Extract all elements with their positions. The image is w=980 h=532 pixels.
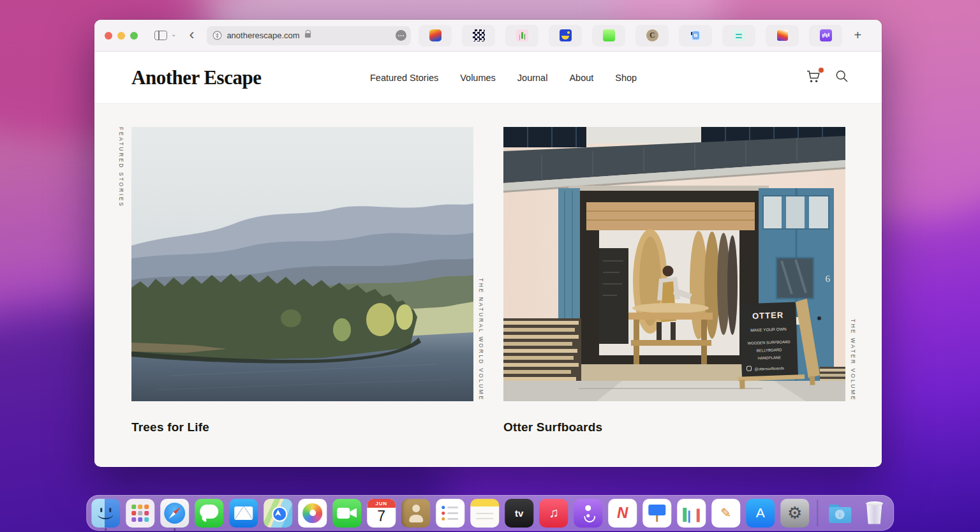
otter-surfboards-photo[interactable]: 6 [503, 127, 845, 401]
back-button[interactable]: ‹ [189, 27, 194, 42]
favorite-site-soundbars-icon [820, 29, 832, 41]
site-favicon-icon [212, 31, 222, 40]
favorite-site-b[interactable]: B [679, 25, 712, 47]
page-content: FEATURED STORIES [94, 104, 882, 466]
dock-notes-icon[interactable] [470, 499, 499, 528]
dock-calendar-icon[interactable]: JUN7 [367, 499, 396, 528]
dock-downloads-icon[interactable]: ↓ [826, 499, 854, 528]
dock-launchpad-icon[interactable] [126, 499, 154, 528]
favorite-site-plant-icon [516, 29, 528, 41]
search-icon [835, 70, 849, 83]
featured-stories-vertical-label: FEATURED STORIES [118, 127, 124, 207]
nav-shop[interactable]: Shop [615, 73, 637, 83]
nav-about[interactable]: About [569, 73, 593, 83]
favorite-site-c-icon: C [646, 29, 658, 41]
nav-volumes[interactable]: Volumes [460, 73, 496, 83]
site-logo[interactable]: Another Escape [131, 66, 261, 89]
calendar-month: JUN [367, 499, 396, 508]
dock-pages-icon[interactable]: ✎ [711, 499, 740, 528]
dock-numbers-icon[interactable] [677, 499, 706, 528]
cart-badge [819, 68, 824, 73]
dock-keynote-icon[interactable] [642, 499, 671, 528]
dock-settings-icon[interactable]: ⚙ [780, 499, 809, 528]
dock-reminders-icon[interactable] [436, 499, 464, 528]
workshop-image: 6 [503, 127, 845, 401]
favorite-site-gradient[interactable] [766, 25, 799, 47]
chevron-down-icon[interactable]: ⌄ [171, 31, 176, 38]
nav-featured-stories[interactable]: Featured Stories [370, 73, 438, 83]
desktop-wallpaper: ⌄ ‹ anotherescape.com CB + Another Escap… [0, 0, 980, 532]
search-button[interactable] [835, 70, 849, 85]
favorite-site-gradient-icon [776, 29, 789, 41]
dock-photos-icon[interactable] [298, 499, 327, 528]
card-title-trees-for-life[interactable]: Trees for Life [131, 420, 209, 434]
dock-facetime-icon[interactable] [332, 499, 361, 528]
favorite-site-parrot-icon [429, 29, 442, 41]
favorite-site-b-icon: B [690, 29, 702, 41]
dock-music-icon[interactable]: ♫ [539, 499, 568, 528]
dock-finder-icon[interactable] [91, 499, 120, 528]
site-header: Another Escape Featured StoriesVolumesJo… [94, 52, 882, 104]
dock-messages-icon[interactable] [195, 499, 223, 528]
sidebar-toggle-icon[interactable] [154, 31, 167, 40]
favorite-site-parrot[interactable] [419, 25, 452, 47]
minimize-button[interactable] [117, 32, 125, 40]
trees-for-life-photo[interactable] [131, 127, 473, 401]
favorite-site-green[interactable] [592, 25, 625, 47]
dock-separator [817, 499, 818, 526]
running-indicator [105, 528, 107, 531]
dock-safari-icon[interactable] [160, 499, 189, 528]
dock-podcasts-icon[interactable] [574, 499, 602, 528]
dock-appstore-icon[interactable]: A [746, 499, 775, 528]
address-bar[interactable]: anotherescape.com [207, 26, 411, 45]
favorite-site-checkerboard-icon [473, 29, 485, 41]
dock: JUN7tv♫N✎A⚙↓ [86, 495, 894, 531]
nav-journal[interactable]: Journal [517, 73, 548, 83]
dock-news-icon[interactable]: N [608, 499, 637, 528]
favorite-site-green-icon [603, 29, 615, 41]
new-tab-button[interactable]: + [854, 28, 861, 43]
favorite-site-soundbars[interactable] [809, 25, 842, 47]
running-indicator [174, 528, 176, 531]
sign-line: HANDPLANE [758, 355, 782, 360]
favorite-site-equals[interactable] [722, 25, 755, 47]
zoom-button[interactable] [130, 32, 138, 40]
header-icons [806, 70, 849, 86]
door-number: 6 [826, 274, 831, 284]
favorite-site-smiley[interactable] [549, 25, 582, 47]
cart-button[interactable] [806, 70, 821, 86]
more-icon[interactable] [396, 30, 406, 41]
favorite-site-smiley-icon [560, 29, 572, 41]
dock-contacts-icon[interactable] [401, 499, 430, 528]
safari-window: ⌄ ‹ anotherescape.com CB + Another Escap… [94, 20, 882, 467]
favorites-bar: CB [419, 25, 842, 47]
calendar-day: 7 [377, 508, 385, 524]
loch-forest-image [131, 127, 473, 401]
dock-mail-icon[interactable] [229, 499, 258, 528]
browser-toolbar: ⌄ ‹ anotherescape.com CB + [94, 20, 882, 52]
dock-maps-icon[interactable] [264, 499, 292, 528]
favorite-site-equals-icon [733, 29, 745, 41]
dock-tv-icon[interactable]: tv [505, 499, 533, 528]
natural-world-volume-label: THE NATURAL WORLD VOLUME [478, 278, 484, 401]
lock-icon [305, 33, 311, 38]
card-title-otter-surfboards[interactable]: Otter Surfboards [503, 420, 602, 434]
favorite-site-checkerboard[interactable] [462, 25, 495, 47]
close-button[interactable] [105, 32, 112, 40]
main-nav: Featured StoriesVolumesJournalAboutShop [370, 73, 637, 83]
dock-trash-icon[interactable] [860, 499, 889, 528]
url-text: anotherescape.com [226, 31, 299, 40]
favorite-site-c[interactable]: C [635, 25, 669, 47]
water-volume-label: THE WATER VOLUME [850, 319, 856, 401]
favorite-site-plant[interactable] [505, 25, 538, 47]
sign-heading: OTTER [752, 310, 784, 321]
